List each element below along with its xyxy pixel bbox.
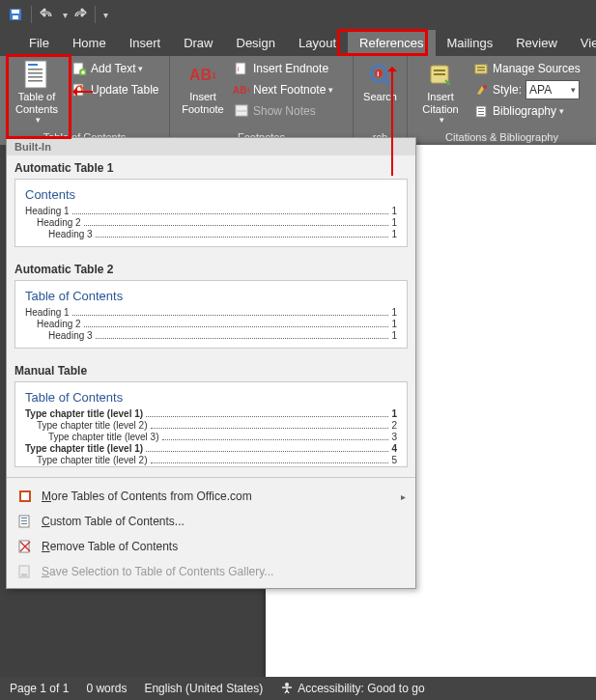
save-icon[interactable] <box>4 3 27 26</box>
toc-gallery-dropdown: Built-In Automatic Table 1ContentsHeadin… <box>6 137 416 589</box>
svg-rect-34 <box>21 518 27 518</box>
search-button[interactable]: i Search <box>359 58 401 130</box>
svg-rect-4 <box>28 64 38 66</box>
insert-endnote-button[interactable]: i Insert Endnote <box>232 58 335 79</box>
tab-layout[interactable]: Layout <box>287 30 348 56</box>
svg-rect-32 <box>21 492 29 500</box>
bibliography-label: Bibliography <box>493 104 556 118</box>
toc-line: Type chapter title (level 1)1 <box>25 408 397 419</box>
gallery-item-preview[interactable]: ContentsHeading 11Heading 21Heading 31 <box>14 179 408 247</box>
manage-sources-icon <box>473 61 489 76</box>
group-label-citations: Citations & Bibliography <box>413 130 590 145</box>
separator <box>31 6 32 23</box>
toc-line: Type chapter title (level 2)5 <box>25 455 397 465</box>
status-accessibility[interactable]: Accessibility: Good to go <box>280 682 424 695</box>
svg-rect-6 <box>28 72 43 74</box>
separator <box>95 6 96 23</box>
status-bar: Page 1 of 1 0 words English (United Stat… <box>0 677 596 700</box>
tab-mailings[interactable]: Mailings <box>436 30 505 56</box>
svg-rect-2 <box>13 15 18 19</box>
table-of-contents-button[interactable]: Table of Contents ▾ <box>6 58 68 130</box>
toc-line: Heading 11 <box>25 206 397 216</box>
more-tables-menuitem[interactable]: More Tables of Contents from Office.com … <box>7 484 415 509</box>
accessibility-icon <box>280 682 294 695</box>
next-footnote-label: Next Footnote <box>253 83 326 97</box>
tab-references[interactable]: References <box>348 30 435 56</box>
svg-rect-29 <box>478 111 484 112</box>
tab-file[interactable]: File <box>17 30 61 56</box>
svg-rect-28 <box>478 108 484 109</box>
preview-heading: Contents <box>25 187 397 202</box>
insert-citation-button[interactable]: Insert Citation▾ <box>413 58 468 130</box>
svg-rect-22 <box>434 73 445 75</box>
next-footnote-button[interactable]: AB1 Next Footnote▾ <box>232 79 335 100</box>
svg-line-17 <box>384 79 390 85</box>
toc-line: Heading 11 <box>25 307 397 318</box>
tab-insert[interactable]: Insert <box>118 30 173 56</box>
svg-rect-41 <box>21 574 27 576</box>
gallery-item-title: Automatic Table 1 <box>7 155 415 179</box>
chevron-down-icon: ▾ <box>36 115 41 125</box>
gallery-item-title: Manual Table <box>7 358 415 381</box>
show-notes-icon <box>234 103 249 119</box>
preview-heading: Table of Contents <box>25 289 397 303</box>
status-language[interactable]: English (United States) <box>144 682 263 695</box>
redo-icon[interactable] <box>68 3 91 26</box>
bibliography-icon <box>473 103 489 119</box>
style-selector[interactable]: Style: APA▾ <box>471 79 582 100</box>
quick-access-toolbar: ▾ ▾ <box>0 0 596 29</box>
status-page[interactable]: Page 1 of 1 <box>10 682 69 695</box>
endnote-icon: i <box>234 61 249 76</box>
update-label: Update Table <box>91 83 159 97</box>
style-label: Style: <box>493 83 522 97</box>
status-words[interactable]: 0 words <box>86 682 127 695</box>
bibliography-button[interactable]: Bibliography▾ <box>471 100 582 122</box>
gallery-item-preview[interactable]: Table of ContentsHeading 11Heading 21Hea… <box>14 280 408 349</box>
separator <box>7 477 415 478</box>
toc-line: Type chapter title (level 3)3 <box>25 432 397 442</box>
customize-qat-caret[interactable]: ▾ <box>103 10 108 20</box>
manage-sources-button[interactable]: Manage Sources <box>471 58 582 79</box>
add-text-label: Add Text <box>91 62 135 75</box>
save-selection-menuitem: Save Selection to Table of Contents Gall… <box>7 559 415 584</box>
tab-review[interactable]: Review <box>504 30 569 56</box>
toc-line: Heading 21 <box>25 217 397 228</box>
chevron-right-icon: ▸ <box>401 491 406 502</box>
svg-rect-23 <box>475 65 487 73</box>
remove-toc-icon <box>16 539 34 554</box>
undo-icon[interactable] <box>36 3 59 26</box>
remove-toc-menuitem[interactable]: Remove Table of Contents <box>7 534 415 559</box>
toc-line: Type chapter title (level 2)2 <box>25 420 397 431</box>
show-notes-label: Show Notes <box>253 104 316 118</box>
svg-rect-5 <box>28 69 43 70</box>
svg-rect-35 <box>21 520 27 521</box>
add-text-button[interactable]: Add Text▾ <box>70 58 161 79</box>
ribbon: Table of Contents ▾ Add Text▾ Update Tab… <box>0 56 596 145</box>
custom-toc-menuitem[interactable]: Custom Table of Contents... <box>7 509 415 534</box>
svg-point-26 <box>483 85 487 89</box>
svg-rect-21 <box>434 70 445 71</box>
tab-design[interactable]: Design <box>225 30 287 56</box>
ribbon-tabs: File Home Insert Draw Design Layout Refe… <box>0 29 596 56</box>
add-text-icon <box>71 61 87 76</box>
save-gallery-icon <box>16 564 34 579</box>
insert-footnote-label: Insert Footnote <box>182 91 223 115</box>
update-table-button[interactable]: Update Table <box>70 79 161 100</box>
citation-label: Insert Citation <box>422 91 458 115</box>
toc-line: Heading 31 <box>25 229 397 239</box>
toc-line: Heading 31 <box>25 330 397 341</box>
svg-text:i: i <box>377 70 379 78</box>
tab-home[interactable]: Home <box>61 30 118 56</box>
gallery-item-preview[interactable]: Table of ContentsType chapter title (lev… <box>14 381 408 467</box>
gallery-item-title: Automatic Table 2 <box>7 257 415 280</box>
svg-rect-8 <box>28 80 43 82</box>
office-icon <box>16 489 34 504</box>
style-dropdown[interactable]: APA▾ <box>525 80 580 99</box>
footnote-icon: AB1 <box>189 62 216 89</box>
preview-heading: Table of Contents <box>25 390 397 405</box>
next-footnote-icon: AB1 <box>234 82 249 98</box>
endnote-label: Insert Endnote <box>253 62 328 75</box>
insert-footnote-button[interactable]: AB1 Insert Footnote <box>176 58 230 130</box>
tab-view[interactable]: View <box>569 30 596 56</box>
tab-draw[interactable]: Draw <box>172 30 224 56</box>
